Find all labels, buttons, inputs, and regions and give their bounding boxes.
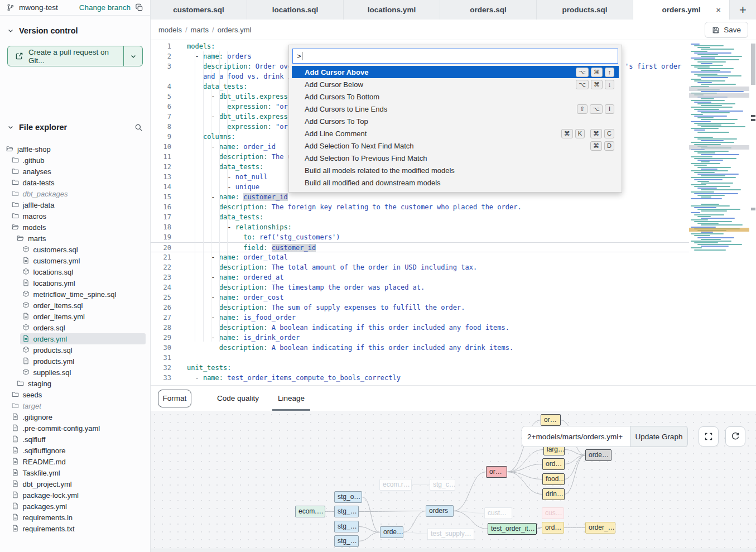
- code-line[interactable]: 22 description: The total amount of the …: [151, 262, 689, 272]
- code-line[interactable]: 21 - name: order_total: [151, 252, 689, 262]
- file-tree-item-products-sql[interactable]: products.sql: [0, 344, 150, 356]
- close-icon[interactable]: ×: [716, 5, 721, 15]
- lineage-node-drin[interactable]: drin…: [542, 488, 565, 500]
- code-line[interactable]: 17 data_tests:: [151, 212, 689, 222]
- palette-item-add-selection-to-next-find-match[interactable]: Add Selection To Next Find Match⌘D: [292, 140, 619, 152]
- palette-item-add-cursors-to-line-ends[interactable]: Add Cursors to Line Ends⇧⌥I: [292, 103, 619, 115]
- code-line[interactable]: 19 to: ref('stg_customers'): [151, 232, 689, 242]
- lineage-node-cust_f[interactable]: cust…: [484, 507, 512, 519]
- save-button[interactable]: Save: [705, 22, 748, 38]
- code-line-current[interactable]: 20 field: customer_id: [151, 242, 689, 252]
- palette-item-add-cursor-below[interactable]: Add Cursor Below⌥⌘↓: [292, 78, 619, 90]
- breadcrumb-file[interactable]: orders.yml: [218, 26, 252, 34]
- format-button[interactable]: Format: [158, 390, 191, 407]
- lineage-node-stg_o[interactable]: stg_o…: [334, 491, 362, 503]
- file-tree-item-seeds[interactable]: seeds: [0, 389, 150, 400]
- file-tree-item-supplies-sql[interactable]: supplies.sql: [0, 367, 150, 378]
- code-line[interactable]: 26 description: The sum of supply expens…: [151, 303, 689, 313]
- lineage-node-or_y[interactable]: or…: [541, 414, 561, 426]
- lineage-node-test_supply_f[interactable]: test_supply…: [427, 528, 474, 540]
- file-tree-item-requirements-txt[interactable]: requirements.txt: [0, 523, 150, 534]
- code-line[interactable]: 15 - name: customer_id: [151, 192, 689, 202]
- file-tree-item-taskfile-yml[interactable]: Taskfile.yml: [0, 467, 150, 478]
- code-line[interactable]: 32unit_tests:: [151, 363, 689, 373]
- file-tree-item-products-yml[interactable]: products.yml: [0, 356, 150, 367]
- palette-item-add-cursors-to-top[interactable]: Add Cursors To Top: [292, 115, 619, 127]
- editor-tab-customers-sql[interactable]: customers.sql: [151, 0, 247, 20]
- file-tree-item--sqlfluff[interactable]: .sqlfluff: [0, 434, 150, 445]
- file-tree-item-dbt-project-yml[interactable]: dbt_project.yml: [0, 478, 150, 489]
- file-tree-item-target[interactable]: target: [0, 400, 150, 411]
- code-line[interactable]: 18 - relationships:: [151, 222, 689, 232]
- code-line[interactable]: 25 - name: order_cost: [151, 292, 689, 303]
- code-line[interactable]: 30 description: A boolean indicating if …: [151, 343, 689, 353]
- lineage-node-cus_f[interactable]: cus…: [542, 507, 564, 519]
- code-line[interactable]: 29 - name: is_drink_order: [151, 333, 689, 343]
- editor-scrollbar[interactable]: [750, 40, 756, 385]
- file-tree-item-models[interactable]: models: [0, 222, 150, 233]
- create-pull-request-button[interactable]: Create a pull request on Git...: [7, 46, 143, 66]
- code-line[interactable]: 27 - name: is_food_order: [151, 313, 689, 323]
- palette-item-build-all-models-related-to-the-modified-models[interactable]: Build all models related to the modified…: [292, 164, 619, 176]
- code-line[interactable]: 24 description: The timestamp the order …: [151, 282, 689, 292]
- editor-tab-orders-yml[interactable]: orders.yml×: [633, 0, 730, 20]
- lineage-node-ecom_raw_f[interactable]: ecom.r…: [379, 479, 412, 491]
- lineage-node-stg_a[interactable]: stg_…: [334, 506, 359, 517]
- palette-item-build-all-modified-and-downstream-models[interactable]: Build all modified and downstream models: [292, 176, 619, 189]
- file-tree-item-locations-yml[interactable]: locations.yml: [0, 277, 150, 289]
- horizontal-scrollbar[interactable]: [151, 549, 756, 552]
- breadcrumb-models[interactable]: models: [158, 26, 182, 34]
- lineage-node-ecom[interactable]: ecom.…: [295, 506, 325, 517]
- graph-filter-input[interactable]: 2+models/marts/orders.yml+: [522, 426, 630, 447]
- file-tree-item-jaffle-shop[interactable]: jaffle-shop: [0, 143, 150, 155]
- fullscreen-button[interactable]: [699, 426, 719, 447]
- file-tree-item-readme-md[interactable]: README.md: [0, 456, 150, 467]
- code-line[interactable]: 28 description: A boolean indicating if …: [151, 323, 689, 333]
- editor-tab-locations-sql[interactable]: locations.sql: [247, 0, 344, 20]
- file-tree-item-requirements-in[interactable]: requirements.in: [0, 512, 150, 523]
- file-tree-item--pre-commit-config-yaml[interactable]: .pre-commit-config.yaml: [0, 423, 150, 434]
- minimap[interactable]: [689, 44, 750, 378]
- lineage-node-orders[interactable]: orders: [426, 505, 454, 517]
- tab-code-quality[interactable]: Code quality: [211, 386, 264, 411]
- lineage-node-ord_b[interactable]: ord…: [542, 522, 564, 534]
- file-tree-item-orders-yml[interactable]: orders.yml: [20, 333, 146, 344]
- file-tree-item-metricflow-time-spine-sql[interactable]: metricflow_time_spine.sql: [0, 289, 150, 300]
- file-tree-item-customers-yml[interactable]: customers.yml: [0, 255, 150, 266]
- lineage-node-stg_c_f[interactable]: stg_c…: [430, 479, 455, 491]
- file-tree-item-macros[interactable]: macros: [0, 210, 150, 222]
- file-explorer-header[interactable]: File explorer: [0, 121, 150, 133]
- code-line[interactable]: 16 description: The foreign key relating…: [151, 202, 689, 212]
- version-control-header[interactable]: Version control: [0, 25, 150, 37]
- lineage-node-stg_c2[interactable]: stg_…: [334, 535, 359, 547]
- code-line[interactable]: 23 - name: ordered_at: [151, 272, 689, 282]
- lineage-node-orde_m[interactable]: orde…: [380, 526, 403, 538]
- lineage-node-orde_g[interactable]: orde…: [585, 449, 611, 461]
- file-tree-item--github[interactable]: .github: [0, 155, 150, 166]
- file-tree-item-packages-yml[interactable]: packages.yml: [0, 501, 150, 512]
- search-icon[interactable]: [134, 123, 143, 132]
- lineage-node-test_o[interactable]: test_order_it…: [488, 523, 537, 535]
- scrollbar-thumb[interactable]: [751, 44, 755, 85]
- palette-item-add-selection-to-previous-find-match[interactable]: Add Selection To Previous Find Match: [292, 152, 619, 164]
- update-graph-button[interactable]: Update Graph: [630, 426, 688, 447]
- file-tree-item-locations-sql[interactable]: locations.sql: [0, 266, 150, 277]
- lineage-node-stg_b[interactable]: stg_…: [334, 521, 359, 532]
- file-tree-item-data-tests[interactable]: data-tests: [0, 177, 150, 188]
- file-tree-item-dbt-packages[interactable]: dbt_packages: [0, 188, 150, 199]
- lineage-node-food[interactable]: food…: [542, 473, 565, 485]
- code-line[interactable]: 31: [151, 353, 689, 363]
- pr-dropdown-button[interactable]: [124, 46, 142, 66]
- refresh-button[interactable]: [725, 426, 745, 447]
- lineage-node-ord_a[interactable]: ord…: [542, 458, 565, 470]
- file-tree-item-order-items-sql[interactable]: order_items.sql: [0, 300, 150, 311]
- editor-tab-locations-yml[interactable]: locations.yml: [344, 0, 440, 20]
- file-tree-item--sqlfluffignore[interactable]: .sqlfluffignore: [0, 445, 150, 456]
- file-tree-item-order-items-yml[interactable]: order_items.yml: [0, 311, 150, 322]
- file-tree-item-jaffle-data[interactable]: jaffle-data: [0, 199, 150, 210]
- file-tree-item-marts[interactable]: marts: [0, 233, 150, 244]
- change-branch-link[interactable]: Change branch: [79, 3, 131, 12]
- tab-lineage[interactable]: Lineage: [272, 386, 310, 411]
- copy-icon[interactable]: [135, 3, 143, 12]
- palette-item-add-line-comment[interactable]: Add Line Comment⌘K⌘C: [292, 127, 619, 140]
